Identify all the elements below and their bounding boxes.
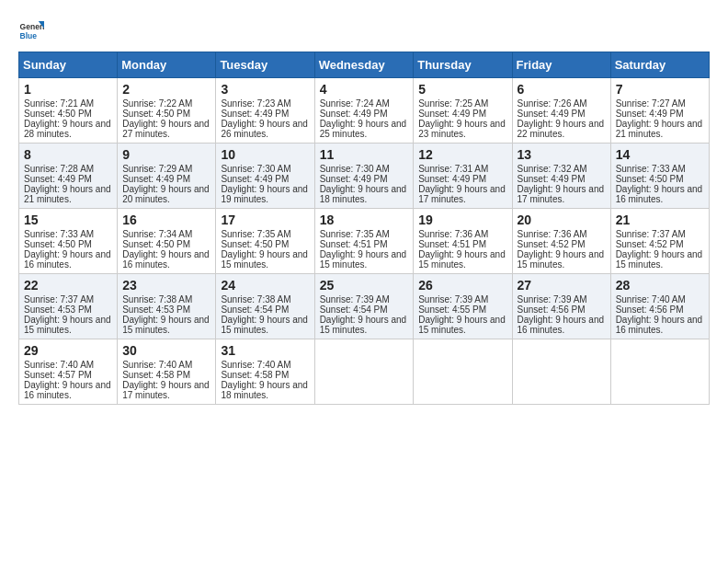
calendar-cell [314,339,414,405]
sunset-text: Sunset: 4:50 PM [122,109,190,119]
calendar-cell: 19Sunrise: 7:36 AMSunset: 4:51 PMDayligh… [414,209,512,274]
calendar-cell [414,339,512,405]
svg-text:Blue: Blue [20,31,38,40]
sunrise-text: Sunrise: 7:39 AM [518,294,587,304]
daylight-label: Daylight: 9 hours and 16 minutes. [24,249,111,270]
sunset-text: Sunset: 4:54 PM [221,304,289,315]
sunrise-text: Sunrise: 7:26 AM [518,98,587,109]
day-number: 11 [320,147,409,162]
day-number: 13 [518,147,606,162]
daylight-label: Daylight: 9 hours and 18 minutes. [320,184,407,204]
sunset-text: Sunset: 4:55 PM [418,304,486,315]
daylight-label: Daylight: 9 hours and 17 minutes. [122,380,210,400]
weekday-header: Wednesday [314,52,414,78]
sunset-text: Sunset: 4:58 PM [221,370,289,380]
sunrise-text: Sunrise: 7:39 AM [418,294,488,304]
sunrise-text: Sunrise: 7:39 AM [320,294,390,304]
day-number: 31 [221,343,309,358]
sunset-text: Sunset: 4:49 PM [518,109,586,119]
calendar-cell: 23Sunrise: 7:38 AMSunset: 4:53 PMDayligh… [118,274,216,339]
day-number: 23 [122,278,210,293]
sunset-text: Sunset: 4:56 PM [518,304,586,315]
daylight-label: Daylight: 9 hours and 15 minutes. [518,249,605,270]
calendar-week-row: 15Sunrise: 7:33 AMSunset: 4:50 PMDayligh… [19,209,710,274]
calendar-cell: 22Sunrise: 7:37 AMSunset: 4:53 PMDayligh… [19,274,118,339]
daylight-label: Daylight: 9 hours and 16 minutes. [616,184,703,204]
day-number: 19 [418,213,506,227]
day-number: 27 [518,278,606,293]
daylight-label: Daylight: 9 hours and 17 minutes. [518,184,605,204]
day-number: 4 [320,82,409,97]
sunset-text: Sunset: 4:53 PM [122,304,190,315]
sunset-text: Sunset: 4:50 PM [122,239,190,249]
weekday-header: Thursday [414,52,512,78]
daylight-label: Daylight: 9 hours and 26 minutes. [221,119,308,139]
calendar-cell: 1Sunrise: 7:21 AMSunset: 4:50 PMDaylight… [19,78,118,144]
calendar-week-row: 22Sunrise: 7:37 AMSunset: 4:53 PMDayligh… [19,274,710,339]
weekday-header: Sunday [19,52,118,78]
sunset-text: Sunset: 4:49 PM [320,109,388,119]
daylight-label: Daylight: 9 hours and 15 minutes. [616,249,703,270]
sunset-text: Sunset: 4:50 PM [221,239,289,249]
sunrise-text: Sunrise: 7:28 AM [24,164,94,174]
daylight-label: Daylight: 9 hours and 16 minutes. [616,315,703,335]
calendar-cell: 27Sunrise: 7:39 AMSunset: 4:56 PMDayligh… [512,274,610,339]
day-number: 7 [616,82,704,97]
daylight-label: Daylight: 9 hours and 17 minutes. [418,184,506,204]
sunset-text: Sunset: 4:56 PM [616,304,684,315]
daylight-label: Daylight: 9 hours and 15 minutes. [320,315,407,335]
day-number: 2 [122,82,210,97]
calendar-cell: 17Sunrise: 7:35 AMSunset: 4:50 PMDayligh… [216,209,314,274]
calendar-cell: 10Sunrise: 7:30 AMSunset: 4:49 PMDayligh… [216,144,314,209]
sunset-text: Sunset: 4:50 PM [24,109,92,119]
calendar-cell: 25Sunrise: 7:39 AMSunset: 4:54 PMDayligh… [314,274,414,339]
sunrise-text: Sunrise: 7:22 AM [122,98,192,109]
calendar-week-row: 1Sunrise: 7:21 AMSunset: 4:50 PMDaylight… [19,78,710,144]
daylight-label: Daylight: 9 hours and 25 minutes. [320,119,407,139]
day-number: 22 [24,278,112,293]
day-number: 17 [221,213,309,227]
sunset-text: Sunset: 4:51 PM [418,239,486,249]
sunset-text: Sunset: 4:50 PM [616,174,684,184]
sunset-text: Sunset: 4:49 PM [122,174,190,184]
calendar-week-row: 8Sunrise: 7:28 AMSunset: 4:49 PMDaylight… [19,144,710,209]
calendar-header-row: SundayMondayTuesdayWednesdayThursdayFrid… [19,52,710,78]
calendar-table: SundayMondayTuesdayWednesdayThursdayFrid… [18,52,710,405]
sunrise-text: Sunrise: 7:21 AM [24,98,94,109]
sunrise-text: Sunrise: 7:36 AM [518,229,587,239]
sunrise-text: Sunrise: 7:31 AM [418,164,488,174]
calendar-cell: 31Sunrise: 7:40 AMSunset: 4:58 PMDayligh… [216,339,314,405]
sunset-text: Sunset: 4:49 PM [221,174,289,184]
sunrise-text: Sunrise: 7:40 AM [616,294,686,304]
daylight-label: Daylight: 9 hours and 21 minutes. [616,119,703,139]
sunrise-text: Sunrise: 7:24 AM [320,98,390,109]
sunrise-text: Sunrise: 7:25 AM [418,98,488,109]
daylight-label: Daylight: 9 hours and 16 minutes. [24,380,111,400]
daylight-label: Daylight: 9 hours and 15 minutes. [221,315,308,335]
sunset-text: Sunset: 4:49 PM [221,109,289,119]
sunset-text: Sunset: 4:49 PM [418,109,486,119]
daylight-label: Daylight: 9 hours and 18 minutes. [221,380,308,400]
day-number: 5 [418,82,506,97]
calendar-cell: 2Sunrise: 7:22 AMSunset: 4:50 PMDaylight… [118,78,216,144]
calendar-cell: 14Sunrise: 7:33 AMSunset: 4:50 PMDayligh… [610,144,709,209]
day-number: 14 [616,147,704,162]
sunset-text: Sunset: 4:53 PM [24,304,92,315]
day-number: 9 [122,147,210,162]
sunrise-text: Sunrise: 7:37 AM [616,229,686,239]
sunrise-text: Sunrise: 7:35 AM [221,229,290,239]
calendar-cell: 6Sunrise: 7:26 AMSunset: 4:49 PMDaylight… [512,78,610,144]
svg-text:General: General [20,22,44,31]
daylight-label: Daylight: 9 hours and 15 minutes. [24,315,111,335]
sunrise-text: Sunrise: 7:29 AM [122,164,192,174]
sunrise-text: Sunrise: 7:32 AM [518,164,587,174]
calendar-cell: 18Sunrise: 7:35 AMSunset: 4:51 PMDayligh… [314,209,414,274]
sunrise-text: Sunrise: 7:27 AM [616,98,686,109]
calendar-cell: 4Sunrise: 7:24 AMSunset: 4:49 PMDaylight… [314,78,414,144]
sunset-text: Sunset: 4:49 PM [518,174,586,184]
sunrise-text: Sunrise: 7:38 AM [221,294,290,304]
daylight-label: Daylight: 9 hours and 16 minutes. [518,315,605,335]
day-number: 24 [221,278,309,293]
weekday-header: Saturday [610,52,709,78]
daylight-label: Daylight: 9 hours and 15 minutes. [418,249,506,270]
